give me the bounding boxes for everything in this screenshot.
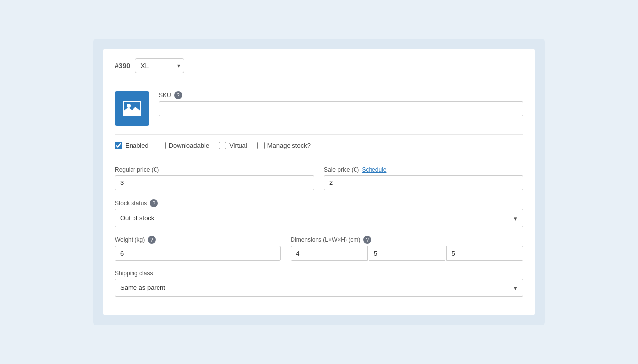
price-row: Regular price (€) Sale price (€) Schedul… bbox=[115, 166, 523, 190]
image-icon bbox=[123, 101, 141, 116]
regular-price-label-row: Regular price (€) bbox=[115, 166, 314, 173]
sku-help-icon[interactable]: ? bbox=[174, 91, 182, 99]
sku-input[interactable] bbox=[159, 101, 523, 116]
virtual-checkbox-item[interactable]: Virtual bbox=[219, 142, 247, 149]
stock-status-select-wrapper: In stock Out of stock On backorder bbox=[115, 209, 523, 227]
weight-input[interactable] bbox=[115, 246, 281, 261]
sale-price-label: Sale price (€) bbox=[324, 166, 359, 173]
regular-price-label: Regular price (€) bbox=[115, 166, 159, 173]
stock-status-help-icon[interactable]: ? bbox=[150, 199, 158, 207]
dimension-length-input[interactable] bbox=[291, 246, 368, 261]
sale-price-group: Sale price (€) Schedule bbox=[324, 166, 523, 190]
downloadable-label: Downloadable bbox=[169, 142, 209, 149]
weight-label: Weight (kg) bbox=[115, 236, 145, 243]
regular-price-group: Regular price (€) bbox=[115, 166, 314, 190]
shipping-class-label-row: Shipping class bbox=[115, 270, 523, 277]
sku-label-row: SKU ? bbox=[159, 91, 523, 99]
variant-id: #390 bbox=[115, 62, 130, 70]
weight-help-icon[interactable]: ? bbox=[148, 236, 156, 244]
shipping-class-label: Shipping class bbox=[115, 270, 153, 277]
image-sku-row: SKU ? bbox=[115, 91, 523, 126]
shipping-class-select-wrapper: Same as parent No shipping class bbox=[115, 279, 523, 297]
dimensions-inputs bbox=[291, 246, 523, 261]
stock-status-label: Stock status bbox=[115, 200, 147, 207]
dimensions-group: Dimensions (L×W×H) (cm) ? bbox=[291, 236, 523, 261]
checkboxes-row: Enabled Downloadable Virtual Manage stoc… bbox=[115, 134, 523, 156]
shipping-class-group: Shipping class Same as parent No shippin… bbox=[115, 270, 523, 297]
weight-label-row: Weight (kg) ? bbox=[115, 236, 281, 244]
variant-select[interactable]: XL S M L XXL bbox=[135, 58, 184, 73]
sku-section: SKU ? bbox=[159, 91, 523, 116]
enabled-checkbox-item[interactable]: Enabled bbox=[115, 142, 149, 149]
shipping-class-select[interactable]: Same as parent No shipping class bbox=[115, 279, 523, 297]
product-image-placeholder[interactable] bbox=[115, 91, 149, 126]
enabled-label: Enabled bbox=[125, 142, 149, 149]
stock-status-label-row: Stock status ? bbox=[115, 199, 523, 207]
stock-status-select[interactable]: In stock Out of stock On backorder bbox=[115, 209, 523, 227]
outer-container: #390 XL S M L XXL bbox=[93, 39, 545, 325]
variant-select-wrapper: XL S M L XXL bbox=[135, 58, 184, 73]
virtual-label: Virtual bbox=[229, 142, 247, 149]
regular-price-input[interactable] bbox=[115, 175, 314, 190]
dimension-width-input[interactable] bbox=[369, 246, 446, 261]
header-row: #390 XL S M L XXL bbox=[115, 58, 523, 81]
weight-dimensions-row: Weight (kg) ? Dimensions (L×W×H) (cm) ? bbox=[115, 236, 523, 261]
sale-price-label-row: Sale price (€) Schedule bbox=[324, 166, 523, 173]
downloadable-checkbox-item[interactable]: Downloadable bbox=[159, 142, 209, 149]
dimensions-label-row: Dimensions (L×W×H) (cm) ? bbox=[291, 236, 523, 244]
variant-card: #390 XL S M L XXL bbox=[103, 49, 535, 315]
schedule-link[interactable]: Schedule bbox=[362, 166, 386, 173]
manage-stock-checkbox[interactable] bbox=[257, 142, 265, 149]
dimensions-label: Dimensions (L×W×H) (cm) bbox=[291, 236, 360, 243]
dimensions-help-icon[interactable]: ? bbox=[363, 236, 371, 244]
enabled-checkbox[interactable] bbox=[115, 142, 122, 149]
manage-stock-label: Manage stock? bbox=[267, 142, 311, 149]
dimension-height-input[interactable] bbox=[446, 246, 523, 261]
weight-group: Weight (kg) ? bbox=[115, 236, 281, 261]
virtual-checkbox[interactable] bbox=[219, 142, 226, 149]
svg-point-1 bbox=[127, 104, 131, 108]
sku-label: SKU bbox=[159, 92, 171, 99]
sale-price-input[interactable] bbox=[324, 175, 523, 190]
stock-status-group: Stock status ? In stock Out of stock On … bbox=[115, 199, 523, 227]
manage-stock-checkbox-item[interactable]: Manage stock? bbox=[257, 142, 311, 149]
downloadable-checkbox[interactable] bbox=[159, 142, 166, 149]
